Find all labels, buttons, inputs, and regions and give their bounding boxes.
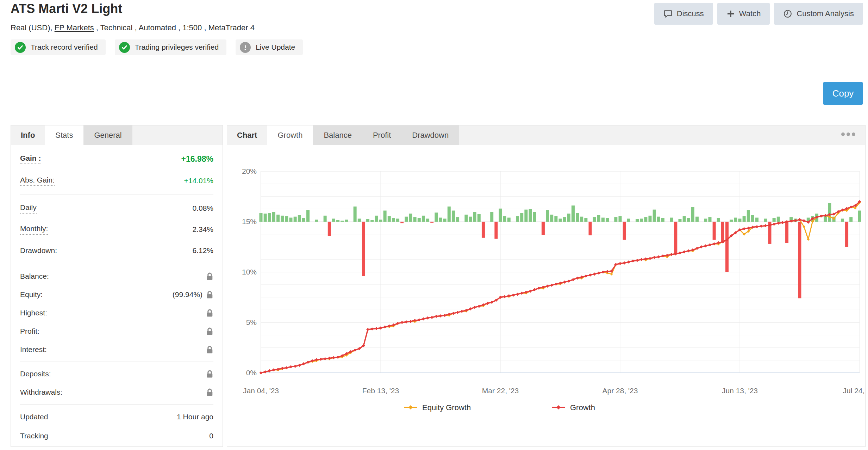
lock-icon: [206, 388, 213, 397]
legend-label: Equity Growth: [422, 403, 471, 412]
stat-row-interest: Interest:: [11, 340, 223, 359]
account-page: ATS Marti V2 Light Discuss Watch: [0, 0, 868, 450]
stat-row-highest: Highest:: [11, 304, 223, 322]
stat-label: Gain :: [20, 154, 41, 164]
badge-track-record: Track record verified: [11, 39, 106, 55]
check-circle-icon: [15, 42, 26, 53]
stat-label: Deposits:: [20, 370, 51, 378]
stat-label: Tracking: [20, 432, 48, 440]
speech-bubble-icon: [663, 9, 673, 18]
chart-card-title: Chart: [227, 125, 267, 145]
equity-growth-marker-icon: [403, 403, 418, 412]
svg-text:Jan 04, '23: Jan 04, '23: [243, 387, 279, 395]
svg-text:5%: 5%: [246, 318, 257, 326]
lock-icon: [206, 309, 213, 318]
stat-row-deposits: Deposits:: [11, 365, 223, 383]
svg-text:15%: 15%: [242, 217, 257, 226]
discuss-button[interactable]: Discuss: [654, 3, 713, 25]
stat-label: Equity:: [20, 290, 43, 299]
info-card-tabs: Info Stats General: [11, 125, 223, 145]
stat-row-balance: Balance:: [11, 267, 223, 285]
account-subtitle: Real (USD), FP Markets , Technical , Aut…: [11, 23, 255, 32]
tab-balance[interactable]: Balance: [313, 125, 362, 145]
stat-row-abs-gain: Abs. Gain: +14.01%: [11, 170, 223, 192]
stat-row-tracking: Tracking 0: [11, 426, 223, 445]
chart-card: Chart Growth Balance Profit Drawdown 0%5…: [227, 125, 866, 447]
stats-list: Gain : +16.98% Abs. Gain: +14.01% Daily …: [11, 145, 223, 445]
stat-label: Withdrawals:: [20, 388, 62, 396]
lock-icon: [206, 327, 213, 336]
lock-icon: [206, 345, 213, 354]
tab-drawdown[interactable]: Drawdown: [401, 125, 459, 145]
exclamation-circle-icon: [240, 42, 251, 53]
info-card: Info Stats General Gain : +16.98% Abs. G…: [11, 125, 223, 447]
lock-icon: [206, 272, 213, 281]
verification-badges: Track record verified Trading privileges…: [11, 39, 303, 55]
watch-label: Watch: [739, 9, 761, 18]
svg-text:Apr 28, '23: Apr 28, '23: [602, 387, 638, 395]
growth-marker-icon: [551, 403, 566, 412]
growth-chart: 0%5%10%15%20%Jan 04, '23Feb 13, '23Mar 2…: [227, 145, 865, 447]
stat-label: Interest:: [20, 345, 47, 354]
plus-icon: [726, 10, 735, 18]
stat-value: 1 Hour ago: [177, 413, 213, 421]
stat-value: 0: [209, 432, 213, 440]
stat-row-updated: Updated 1 Hour ago: [11, 407, 223, 426]
stat-label: Abs. Gain:: [20, 176, 55, 186]
badge-label: Track record verified: [31, 43, 98, 51]
ellipsis-menu-icon[interactable]: [841, 132, 855, 136]
badge-trading-privileges: Trading privileges verified: [115, 39, 227, 55]
stat-value: 0.08%: [192, 204, 213, 212]
stat-row-gain: Gain : +16.98%: [11, 148, 223, 170]
stat-value: +14.01%: [184, 177, 214, 185]
info-card-title: Info: [11, 125, 45, 145]
stat-label: Drawdown:: [20, 246, 57, 255]
legend-growth[interactable]: Growth: [551, 403, 595, 412]
watch-button[interactable]: Watch: [717, 3, 770, 25]
header-actions: Discuss Watch Custom Analysis: [654, 3, 863, 25]
badge-live-update: Live Update: [236, 39, 303, 55]
tab-growth[interactable]: Growth: [267, 125, 313, 145]
tab-stats[interactable]: Stats: [45, 125, 83, 145]
stat-label: Monthly:: [20, 224, 48, 235]
stat-value: 6.12%: [192, 246, 213, 255]
svg-text:20%: 20%: [242, 167, 257, 175]
stat-row-monthly: Monthly: 2.34%: [11, 219, 223, 240]
legend-equity-growth[interactable]: Equity Growth: [403, 403, 471, 412]
svg-text:Mar 22, '23: Mar 22, '23: [482, 387, 519, 395]
badge-label: Trading privileges verified: [135, 43, 219, 51]
stat-label: Profit:: [20, 327, 39, 335]
subtitle-prefix: Real (USD),: [11, 23, 55, 32]
custom-analysis-button[interactable]: Custom Analysis: [774, 3, 863, 25]
svg-text:Jul 24, '23: Jul 24, '23: [843, 387, 865, 395]
stat-label: Daily: [20, 203, 37, 214]
stat-row-daily: Daily 0.08%: [11, 198, 223, 219]
lock-icon: [206, 290, 213, 299]
stat-row-drawdown: Drawdown: 6.12%: [11, 240, 223, 261]
chart-card-tabs: Chart Growth Balance Profit Drawdown: [227, 125, 865, 145]
stat-label: Highest:: [20, 309, 47, 317]
copy-button[interactable]: Copy: [823, 82, 863, 105]
stat-label: Updated: [20, 413, 48, 421]
stat-row-withdrawals: Withdrawals:: [11, 383, 223, 401]
clock-icon: [783, 9, 792, 18]
stat-value: +16.98%: [181, 154, 213, 164]
discuss-label: Discuss: [677, 9, 704, 18]
check-circle-icon: [119, 42, 130, 53]
stat-value: (99.94%): [173, 290, 202, 299]
divider: [20, 195, 213, 195]
divider: [20, 404, 213, 405]
svg-text:10%: 10%: [242, 268, 257, 276]
stat-row-profit: Profit:: [11, 322, 223, 340]
page-title: ATS Marti V2 Light: [11, 1, 122, 16]
svg-text:0%: 0%: [246, 369, 257, 377]
stat-label: Balance:: [20, 272, 49, 281]
subtitle-suffix: , Technical , Automated , 1:500 , MetaTr…: [94, 23, 255, 32]
legend-label: Growth: [570, 403, 595, 412]
divider: [20, 264, 213, 264]
broker-link[interactable]: FP Markets: [55, 23, 94, 32]
tab-general[interactable]: General: [83, 125, 132, 145]
divider: [20, 362, 213, 362]
custom-analysis-label: Custom Analysis: [797, 9, 854, 18]
tab-profit[interactable]: Profit: [362, 125, 401, 145]
